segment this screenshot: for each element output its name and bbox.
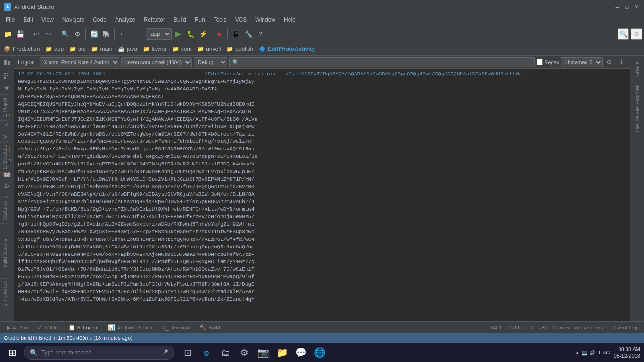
toolbar-undo-btn[interactable]: ↩	[31, 28, 42, 40]
filter-selector[interactable]: Unnamed-0	[561, 57, 603, 67]
device-selector[interactable]: Xiaomi Redmi Note 4 Androi	[40, 57, 119, 67]
taskbar-messenger-icon[interactable]: 💬	[292, 344, 309, 361]
tray-icons: ▲ 💻 🔊	[575, 350, 596, 356]
event-log-tab[interactable]: Event Log	[611, 324, 640, 331]
bc-activity-label[interactable]: EditPhotoActivity	[268, 46, 315, 52]
taskbar-edge-icon[interactable]: e	[198, 344, 215, 361]
toolbar-nav-back[interactable]: ←	[117, 28, 128, 40]
logcat-search-input[interactable]	[229, 57, 535, 67]
menu-item-refactor[interactable]: Refactor	[140, 16, 169, 24]
toolbar-sync-btn[interactable]: 🔄	[88, 28, 99, 40]
app-selector[interactable]: app	[146, 28, 172, 40]
menu-item-analyze[interactable]: Analyze	[111, 16, 139, 24]
taskbar-task-view[interactable]: ⊡	[179, 344, 196, 361]
bc-src-label[interactable]: src	[78, 46, 86, 52]
project-tool-window-tab[interactable]: 1: Project	[0, 94, 9, 121]
menu-item-help[interactable]: Help	[280, 16, 299, 24]
toolbar-open-btn[interactable]: 📁	[2, 28, 13, 40]
gradle-tab[interactable]: Gradle	[634, 58, 641, 81]
toolbar-settings-btn[interactable]: ⚙	[72, 28, 83, 40]
taskbar-search-bar[interactable]: 🔍 Type here to search 🎤	[24, 346, 174, 360]
settings-icon[interactable]: ⚙	[631, 28, 642, 40]
menu-item-view[interactable]: View	[38, 16, 58, 24]
regex-checkbox[interactable]	[537, 59, 543, 65]
bc-unveil[interactable]: 📁 unveil	[197, 46, 221, 52]
start-button[interactable]: ⊞	[4, 344, 21, 361]
taskbar-chrome-icon[interactable]: 🌐	[311, 344, 328, 361]
bc-src[interactable]: 📁 src	[69, 46, 86, 52]
toolbar-sdk-btn[interactable]: 🔧	[242, 28, 254, 40]
log-line: otA29UZLd+SMU3tZ9BTqDllv0bSxH/s20z2t2/0R…	[18, 183, 626, 191]
bc-app[interactable]: 📁 app	[45, 46, 64, 52]
close-button[interactable]: ✕	[633, 3, 640, 11]
bc-lievnu[interactable]: 📁 lievnu	[143, 46, 166, 52]
sidebar-terminal-icon[interactable]: >_	[1, 131, 13, 142]
bc-com[interactable]: 📁 com	[172, 46, 192, 52]
bc-main[interactable]: 📁 main	[91, 46, 112, 52]
toolbar-redo-btn[interactable]: ↪	[43, 28, 54, 40]
debug-button[interactable]: 🐛	[185, 28, 196, 40]
sidebar-structure-icon[interactable]	[1, 70, 13, 81]
sidebar-favorites-icon[interactable]: ★	[1, 82, 13, 93]
maximize-button[interactable]: □	[623, 3, 631, 11]
menu-item-vcs[interactable]: VCS	[231, 16, 251, 24]
regex-checkbox-area[interactable]: Regex	[537, 59, 559, 65]
structure-tool-window-tab[interactable]: 2: Structure	[0, 141, 9, 173]
menu-item-code[interactable]: Code	[89, 16, 110, 24]
toolbar-avd-btn[interactable]: 📱	[230, 28, 241, 40]
logcat-save-icon[interactable]: ⬇	[617, 58, 626, 67]
taskbar-settings-icon[interactable]: ⚙	[236, 344, 253, 361]
favorites-tool-window-tab[interactable]: 2: Favorites	[0, 278, 9, 309]
bc-production-label[interactable]: Production	[13, 46, 40, 52]
logcat-gear-icon[interactable]: ⚙	[604, 58, 614, 67]
bc-unveil-label[interactable]: unveil	[206, 46, 221, 52]
menu-item-run[interactable]: Run	[191, 16, 209, 24]
log-level-selector[interactable]: Debug Verbose Info Warn Error	[194, 57, 227, 67]
build-variants-tool-window-tab[interactable]: Build Variants	[0, 236, 9, 271]
bc-java-label[interactable]: java	[127, 46, 137, 52]
toolbar-save-btn[interactable]: 💾	[14, 28, 25, 40]
todo-tab[interactable]: ✓ TODO	[34, 323, 62, 332]
bc-lievnu-label[interactable]: lievnu	[152, 46, 166, 52]
menu-item-tools[interactable]: Tools	[210, 16, 231, 24]
log-content[interactable]: 12-08 08:21:03.004 4804-4804 /EditPhotoA…	[14, 69, 630, 321]
taskbar-camera-app-icon[interactable]: 📷	[255, 344, 272, 361]
toolbar-nav-forward[interactable]: →	[129, 28, 140, 40]
stop-button[interactable]: ■	[214, 28, 225, 40]
bc-app-label[interactable]: app	[54, 46, 64, 52]
bc-main-label[interactable]: main	[100, 46, 112, 52]
taskbar-files-icon[interactable]: 📁	[273, 344, 290, 361]
profile-button[interactable]: ⚡	[197, 28, 208, 40]
menu-item-window[interactable]: Window	[251, 16, 279, 24]
menu-item-build[interactable]: Build	[170, 16, 190, 24]
menu-item-edit[interactable]: Edit	[19, 16, 37, 24]
sidebar-settings-icon[interactable]: ⚙	[1, 180, 13, 191]
menu-item-file[interactable]: File	[2, 16, 18, 24]
device-file-explorer-tab[interactable]: Device File Explorer	[634, 82, 641, 135]
bc-com-label[interactable]: com	[181, 46, 192, 52]
bc-activity[interactable]: 🔷 EditPhotoActivity	[259, 46, 315, 52]
taskbar-explorer-icon[interactable]: 🗂	[217, 344, 234, 361]
sidebar-project-icon[interactable]	[1, 58, 13, 69]
captures-tool-window-tab[interactable]: Captures	[0, 198, 9, 224]
toolbar-help-btn[interactable]: ?	[255, 28, 266, 40]
run-button[interactable]: ▶	[173, 28, 184, 40]
minimize-button[interactable]: ─	[614, 3, 621, 11]
build-tab[interactable]: 🔨 Build	[197, 323, 223, 332]
toolbar-gradle-btn[interactable]: 🐘	[100, 28, 112, 40]
global-search-icon[interactable]: 🔍	[618, 28, 629, 40]
bc-publish-label[interactable]: publish	[235, 46, 253, 52]
toolbar-search-btn[interactable]: 🔍	[59, 28, 71, 40]
terminal-tab[interactable]: >_ Terminal	[159, 323, 193, 332]
profiler-tab[interactable]: 📊 Android Profiler	[105, 323, 156, 332]
bc-production[interactable]: 📦 Production	[4, 46, 40, 52]
logcat-tab[interactable]: 📋 6: Logcat	[66, 323, 101, 332]
package-selector[interactable]: lievnu.com.unveil (4804)	[121, 57, 192, 67]
logcat-tab-icon: 📋	[68, 324, 75, 331]
run-tab[interactable]: ▶ 4: Run	[4, 323, 31, 332]
log-line: Ces8JDPQqOoyf8m9D/7107/dWf0RD4b0OP8AqXTo…	[18, 138, 626, 146]
window-controls[interactable]: ─ □ ✕	[614, 3, 640, 11]
bc-publish[interactable]: 📁 publish	[226, 46, 253, 52]
bc-java[interactable]: ☕ java	[118, 46, 137, 52]
menu-item-navigate[interactable]: Navigate	[58, 16, 88, 24]
